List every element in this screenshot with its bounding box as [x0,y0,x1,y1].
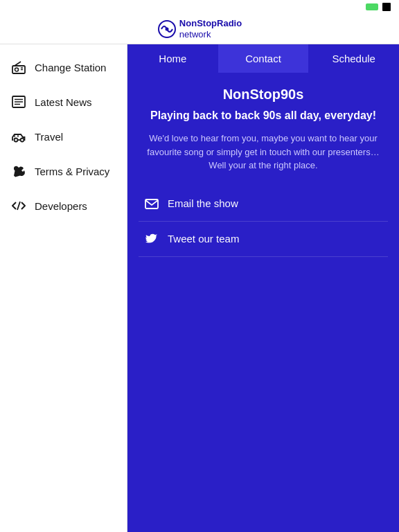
wrench-icon [11,163,26,179]
news-icon [11,94,26,109]
logo: NonStopRadio network [157,18,242,39]
email-label: Email the show [168,197,238,209]
content-body: NonStop90s Playing back to back 90s all … [127,73,399,532]
content-area: Home Contact Schedule NonStop90s Playing… [127,44,399,532]
sidebar-label-developers: Developers [35,200,87,212]
tab-schedule[interactable]: Schedule [308,44,399,73]
email-icon [144,196,159,211]
station-name: NonStop90s [139,87,388,103]
twitter-icon [144,231,159,247]
logo-line1: NonStopRadio [179,18,242,28]
sidebar-label-latest-news: Latest News [35,96,92,108]
svg-point-1 [165,27,168,30]
sidebar: Change Station Latest News [0,44,127,532]
sidebar-item-latest-news[interactable]: Latest News [0,85,127,119]
svg-point-11 [15,139,18,142]
svg-rect-17 [145,200,158,209]
tweet-label: Tweet our team [168,233,239,245]
logo-icon [157,19,177,39]
radio-icon [11,60,26,75]
svg-line-16 [17,202,20,210]
station-description: We'd love to hear from you, maybe you wa… [139,132,388,172]
sidebar-item-developers[interactable]: Developers [0,188,127,223]
main-layout: Change Station Latest News [0,44,399,532]
sidebar-item-terms-privacy[interactable]: Terms & Privacy [0,154,127,188]
travel-icon [11,129,26,144]
station-tagline: Playing back to back 90s all day, everyd… [139,109,388,122]
contact-item-tweet[interactable]: Tweet our team [139,222,388,257]
svg-line-6 [15,62,21,66]
battery-indicator-black [382,3,391,11]
svg-point-12 [21,139,24,142]
logo-text: NonStopRadio network [179,18,242,39]
battery-indicator-green [366,3,378,10]
sidebar-label-terms-privacy: Terms & Privacy [35,166,109,177]
svg-point-3 [15,68,19,71]
logo-line2: network [179,29,211,39]
sidebar-item-travel[interactable]: Travel [0,119,127,154]
contact-item-email[interactable]: Email the show [139,186,388,222]
sidebar-item-change-station[interactable]: Change Station [0,50,127,85]
sidebar-label-change-station: Change Station [35,62,106,73]
tab-bar: Home Contact Schedule [127,44,399,73]
tab-contact[interactable]: Contact [218,44,309,73]
sidebar-label-travel: Travel [35,131,63,143]
tab-home[interactable]: Home [127,44,218,73]
status-bar [0,0,399,14]
code-icon [11,198,26,213]
app-header: NonStopRadio network [0,14,399,44]
